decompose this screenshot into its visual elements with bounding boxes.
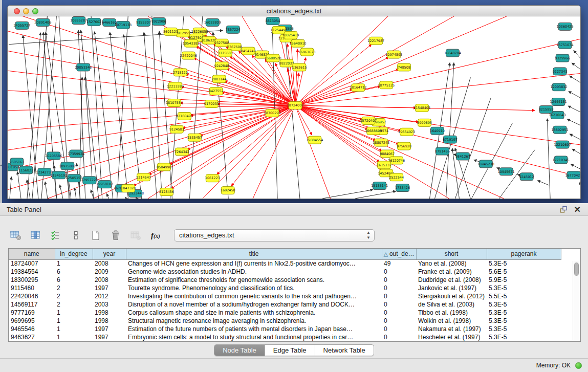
table-cell[interactable]: 9465546	[9, 325, 55, 333]
graph-node-teal[interactable]: 9245012	[519, 173, 534, 181]
table-cell[interactable]: 0	[382, 309, 416, 317]
table-cell[interactable]: 1998	[93, 317, 126, 325]
table-cell[interactable]: 1998	[93, 309, 126, 317]
column-header-pagerank[interactable]: pagerank	[487, 249, 561, 259]
table-cell[interactable]: 1997	[93, 333, 126, 341]
graph-node-teal[interactable]: 9155307	[136, 18, 151, 26]
close-panel-icon[interactable]: ✕	[574, 204, 581, 215]
graph-node-hub[interactable]: 18724007	[287, 102, 303, 110]
import-table-icon[interactable]	[128, 228, 143, 243]
graph-node-teal[interactable]: 7857224	[226, 26, 241, 33]
table-cell[interactable]: 0	[382, 276, 416, 284]
graph-node-yellow[interactable]: 8601123	[163, 28, 178, 35]
table-cell[interactable]: 1	[55, 325, 93, 333]
memory-ok-indicator[interactable]	[575, 362, 582, 369]
graph-node-yellow[interactable]: 2803144	[212, 75, 227, 83]
graph-node-teal[interactable]: 8791456	[435, 147, 450, 155]
table-row[interactable]: 911546021997Tourette syndrome. Phenomeno…	[9, 284, 561, 292]
graph-node-yellow[interactable]: 1061223	[205, 174, 220, 182]
column-header-year[interactable]: year	[93, 249, 126, 259]
graph-node-teal[interactable]: 20053346	[75, 63, 92, 71]
graph-node-yellow[interactable]: 16961673	[298, 48, 315, 56]
graph-node-yellow[interactable]: 2522544	[389, 173, 404, 181]
table-cell[interactable]: Yano et al. (2008)	[416, 259, 487, 268]
graph-node-teal[interactable]: 1733426	[395, 184, 410, 192]
table-cell[interactable]: Stergiakouli et al. (2012)	[416, 292, 487, 300]
graph-node-teal[interactable]: 9505161	[10, 158, 25, 166]
graph-node-teal[interactable]: 12444151	[550, 98, 567, 106]
graph-node-teal[interactable]: 20891406	[34, 18, 51, 26]
column-header-name[interactable]: name	[9, 249, 55, 259]
function-builder-icon[interactable]: f(x)	[148, 228, 163, 243]
graph-node-yellow[interactable]: 18325419	[282, 31, 299, 39]
graph-node-yellow[interactable]: 1214547	[136, 173, 151, 181]
table-chooser-dropdown[interactable]: citations_edges.txt ▲▼	[174, 229, 375, 242]
graph-node-yellow[interactable]: 19384554	[306, 136, 323, 144]
graph-node-teal[interactable]: 19958107	[96, 181, 113, 188]
table-cell[interactable]: 2003	[93, 300, 126, 309]
table-cell[interactable]: 9777169	[9, 309, 55, 317]
graph-node-teal[interactable]: 10655287	[70, 16, 87, 24]
table-cell[interactable]: 22420046	[9, 292, 55, 300]
graph-node-teal[interactable]: 16033809	[204, 18, 221, 26]
graph-node-teal[interactable]: 9841267	[455, 152, 470, 160]
graph-node-teal[interactable]: 11545193	[50, 171, 67, 179]
graph-node-yellow[interactable]: 15640910	[289, 39, 306, 47]
graph-node-yellow[interactable]: 18107554	[166, 99, 183, 107]
graph-node-yellow[interactable]: 8454749	[241, 47, 256, 55]
graph-node-yellow[interactable]: 7264342	[175, 148, 189, 156]
graph-node-yellow[interactable]: 10974893	[385, 51, 402, 58]
graph-node-yellow[interactable]: 19654923	[398, 128, 415, 136]
graph-node-teal[interactable]: 9329966	[555, 54, 570, 62]
table-settings-icon[interactable]	[8, 228, 24, 243]
graph-node-yellow[interactable]: 10543382	[183, 39, 200, 47]
graph-node-yellow[interactable]: 12213389	[167, 82, 184, 90]
table-cell[interactable]: de Silva et al. (2003)	[416, 300, 487, 309]
graph-node-teal[interactable]: 1527602	[86, 18, 101, 26]
table-row[interactable]: 1872400712008Changes of HCN gene express…	[9, 259, 561, 268]
table-cell[interactable]: 0	[382, 300, 416, 309]
graph-node-yellow[interactable]: 9756928	[397, 142, 411, 150]
table-row[interactable]: 1938455462009Genome-wide association stu…	[9, 268, 561, 276]
graph-node-teal[interactable]: 17359924	[68, 150, 84, 158]
table-cell[interactable]: Nakamura et al. (1997)	[416, 325, 487, 333]
table-row[interactable]: 2242004622012Investigating the contribut…	[9, 292, 561, 300]
graph-node-yellow[interactable]: 9242848	[214, 62, 229, 70]
graph-node-teal[interactable]: 6719197	[443, 136, 458, 143]
graph-node-teal[interactable]: 10975887	[59, 162, 76, 170]
table-cell[interactable]: Structural magnetic resonance image aver…	[126, 317, 382, 325]
graph-node-yellow[interactable]: 8128456	[159, 188, 174, 196]
table-scrollbar[interactable]	[573, 261, 579, 340]
table-cell[interactable]: Dudbridge et al. (2008)	[416, 276, 487, 284]
table-cell[interactable]: 2	[55, 300, 93, 309]
table-cell[interactable]: 2009	[93, 268, 126, 276]
graph-node-teal[interactable]: 8813054	[266, 17, 280, 25]
table-cell[interactable]: 5.3E-5	[487, 284, 561, 292]
table-cell[interactable]: 2	[55, 292, 93, 300]
table-cell[interactable]: 1	[55, 317, 93, 325]
scrollbar-thumb[interactable]	[574, 262, 579, 276]
table-cell[interactable]: 0	[382, 333, 416, 341]
table-cell[interactable]: 0	[382, 284, 416, 292]
network-canvas[interactable]: 2405572720891406106552871527602646616010…	[8, 16, 580, 199]
table-cell[interactable]: Investigating the contribution of common…	[126, 292, 382, 300]
graph-node-teal[interactable]: 8215958	[539, 106, 554, 114]
column-header-title[interactable]: title	[126, 249, 382, 259]
graph-node-yellow[interactable]: 12160497	[176, 112, 193, 120]
table-cell[interactable]: Disruption of a novel member of a sodium…	[126, 300, 382, 309]
graph-node-yellow[interactable]: 1692458	[221, 187, 235, 194]
graph-node-teal[interactable]: 8922906	[151, 17, 166, 25]
table-cell[interactable]: Embryonic stem cells: a model to study s…	[126, 333, 382, 341]
table-row[interactable]: 946362711997Embryonic stem cells: a mode…	[9, 333, 561, 341]
panel-divider[interactable]: ◂	[0, 0, 2, 203]
graph-node-teal[interactable]: 12093832	[551, 83, 568, 91]
table-cell[interactable]: 19384554	[9, 268, 55, 276]
table-cell[interactable]: 6	[55, 276, 93, 284]
table-cell[interactable]: Tibbo et al. (1998)	[416, 309, 487, 317]
table-cell[interactable]: 9115460	[9, 284, 55, 292]
table-cell[interactable]: 5.3E-5	[487, 325, 561, 333]
table-cell[interactable]: 6	[55, 268, 93, 276]
graph-node-yellow[interactable]: 10164712	[350, 84, 366, 92]
graph-node-teal[interactable]: 15692951	[552, 126, 569, 134]
table-cell[interactable]: 18724007	[9, 259, 55, 268]
